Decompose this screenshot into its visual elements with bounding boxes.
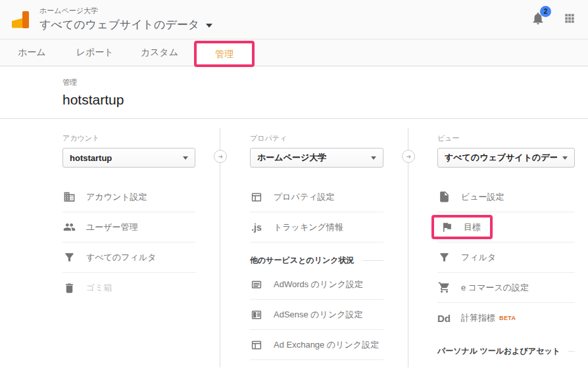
js-icon: .js: [250, 222, 263, 233]
menu-item-adwords-link[interactable]: AdWords のリンク設定: [250, 269, 383, 300]
menu-item-adsense-link[interactable]: AdSense のリンク設定: [250, 300, 383, 330]
caret-down-icon: [562, 156, 568, 160]
account-menu: アカウント設定 ユーザー管理 すべてのフィルタ ゴミ箱: [62, 182, 195, 303]
lines-icon: [250, 279, 263, 290]
column-property: プロパティ ホームページ大学 プロパティ設定.js トラッキング情報他のサービス…: [250, 133, 383, 360]
menu-item-label: AdSense のリンク設定: [274, 309, 363, 321]
menu-item-adexchange-link[interactable]: Ad Exchange のリンク設定: [250, 330, 383, 360]
logo-bar-dark: [22, 11, 29, 28]
section-header: 他のサービスとのリンク状況: [250, 251, 383, 269]
app-header: ホームページ大学 すべてのウェブサイトのデータ 2: [0, 0, 588, 39]
menu-item-label: トラッキング情報: [274, 221, 343, 233]
column-divider: [408, 128, 408, 367]
menu-item-label: ユーザー管理: [86, 221, 138, 233]
bell-icon: [531, 16, 545, 28]
selected-value: すべてのウェブサイトのデー...: [445, 152, 557, 164]
trash-icon: [62, 282, 76, 294]
main-nav: ホームレポートカスタム管理: [0, 39, 588, 66]
menu-item-tracking-info[interactable]: .js トラッキング情報: [250, 212, 383, 242]
menu-item-all-filters[interactable]: すべてのフィルタ: [62, 242, 195, 273]
menu-item-property-settings[interactable]: プロパティ設定: [250, 182, 383, 212]
column-label: プロパティ: [250, 133, 383, 142]
menu-item-label: フィルタ: [461, 252, 496, 264]
property-menu: プロパティ設定.js トラッキング情報他のサービスとのリンク状況 AdWords…: [250, 182, 383, 360]
caret-down-icon: [371, 156, 376, 160]
section-label: 他のサービスとのリンク状況: [250, 255, 355, 266]
column-arrow-button[interactable]: [402, 150, 415, 163]
apps-menu-button[interactable]: [563, 12, 576, 28]
logo-bar-light: [12, 18, 23, 28]
menu-item-user-management[interactable]: ユーザー管理: [62, 212, 195, 242]
layout-outline-icon: [250, 191, 263, 203]
column-divider: [220, 128, 220, 367]
filter-icon: [62, 251, 76, 264]
analytics-logo[interactable]: [11, 10, 31, 30]
menu-item-ecommerce-settings[interactable]: e コマースの設定: [437, 273, 575, 303]
notification-count-badge: 2: [540, 6, 551, 17]
section-rule: [362, 260, 383, 261]
caret-down-icon: [183, 156, 188, 160]
cart-icon: [437, 281, 451, 294]
tab-admin[interactable]: 管理: [215, 49, 233, 58]
menu-item-view-settings[interactable]: ビュー設定: [437, 182, 575, 212]
notifications-button[interactable]: 2: [531, 11, 545, 28]
menu-item-label: ビュー設定: [461, 191, 504, 203]
layout-filled-icon: [250, 309, 263, 321]
layout-outline-icon: [250, 339, 263, 351]
menu-item-goals[interactable]: 目標: [437, 212, 575, 242]
tab-custom[interactable]: カスタム: [141, 47, 178, 58]
column-label: ビュー: [437, 133, 575, 142]
account-header-block: ホームページ大学 すべてのウェブサイトのデータ: [39, 7, 212, 32]
menu-item-label: すべてのフィルタ: [86, 252, 156, 264]
admin-columns: アカウント hotstartup アカウント設定 ユーザー管理 すべてのフィルタ…: [0, 119, 588, 367]
column-view: ビュー すべてのウェブサイトのデー... ビュー設定 目標 フィルタ e コマー…: [437, 133, 575, 360]
highlight-box-goals: 目標: [431, 215, 493, 239]
menu-item-label: アカウント設定: [86, 191, 147, 203]
column-label: アカウント: [62, 133, 195, 142]
column-account: アカウント hotstartup アカウント設定 ユーザー管理 すべてのフィルタ…: [62, 133, 195, 303]
dd-icon: Dd: [437, 313, 451, 324]
tab-home[interactable]: ホーム: [18, 47, 46, 58]
flag-icon: [440, 221, 453, 233]
page-title: hotstartup: [62, 92, 588, 108]
menu-item-label: e コマースの設定: [461, 282, 529, 294]
selected-value: hotstartup: [70, 153, 112, 163]
menu-item-label: プロパティ設定: [274, 191, 335, 203]
building-icon: [62, 191, 76, 203]
page-title-bar: 管理 hotstartup: [0, 66, 588, 119]
file-icon: [437, 191, 451, 203]
menu-item-label: 目標: [464, 221, 481, 233]
caret-down-icon: [206, 24, 212, 28]
breadcrumb: 管理: [62, 78, 588, 87]
menu-item-label: ゴミ箱: [86, 282, 112, 294]
menu-item-account-settings[interactable]: アカウント設定: [62, 182, 195, 212]
menu-item-filters[interactable]: フィルタ: [437, 242, 575, 273]
menu-item-label: AdWords のリンク設定: [274, 279, 363, 290]
section-header: パーソナル ツールおよびアセット: [437, 342, 575, 360]
tab-report[interactable]: レポート: [76, 47, 114, 58]
header-actions: 2: [531, 0, 576, 39]
property-selector[interactable]: ホームページ大学: [250, 148, 383, 168]
column-arrow-button[interactable]: [214, 150, 227, 163]
account-selector[interactable]: hotstartup: [62, 148, 195, 168]
view-selector-label: すべてのウェブサイトのデータ: [39, 17, 199, 32]
menu-item-label: 計算指標: [461, 312, 495, 324]
view-menu: ビュー設定 目標 フィルタ e コマースの設定Dd 計算指標BETAパーソナル …: [437, 182, 575, 360]
selected-value: ホームページ大学: [257, 152, 326, 164]
people-icon: [62, 221, 76, 233]
menu-item-calculated-metrics[interactable]: Dd 計算指標BETA: [437, 303, 575, 333]
menu-item-trash: ゴミ箱: [62, 273, 195, 303]
apps-grid-icon: [563, 12, 576, 28]
account-name-label: ホームページ大学: [39, 7, 212, 15]
view-selector[interactable]: すべてのウェブサイトのデータ: [39, 17, 212, 32]
highlight-box-admin-tab: 管理: [194, 41, 255, 67]
section-label: パーソナル ツールおよびアセット: [437, 346, 560, 357]
beta-badge: BETA: [499, 315, 516, 321]
menu-item-label: Ad Exchange のリンク設定: [274, 339, 379, 351]
view-selector[interactable]: すべてのウェブサイトのデー...: [437, 148, 575, 168]
filter-icon: [437, 251, 451, 264]
section-rule: [568, 351, 575, 352]
